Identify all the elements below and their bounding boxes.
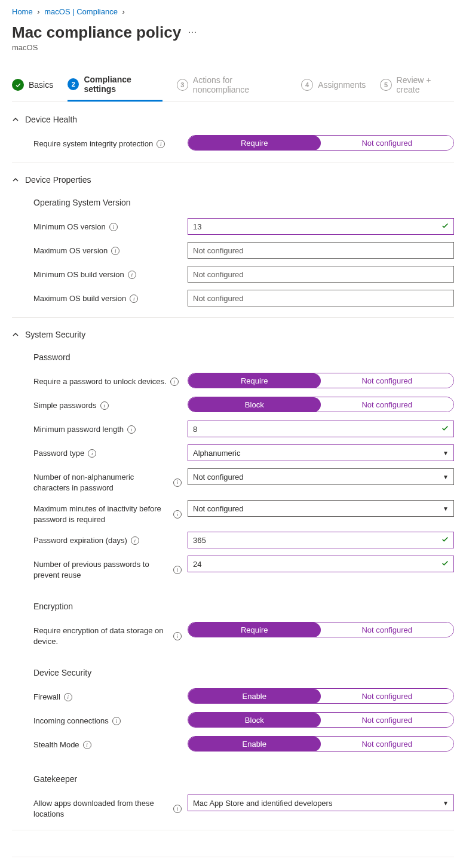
chevron-down-icon: ▼ <box>443 505 449 512</box>
toggle-incoming-connections[interactable]: Block Not configured <box>188 712 454 728</box>
input-min-build[interactable] <box>188 266 454 283</box>
label-previous-passwords: Number of previous passwords to prevent … <box>33 559 170 580</box>
breadcrumb-home[interactable]: Home <box>12 7 33 16</box>
select-value: Mac App Store and identified developers <box>193 799 332 808</box>
section-title: Device Properties <box>25 175 91 185</box>
wizard-tabs: Basics 2 Compliance settings 3 Actions f… <box>12 69 454 102</box>
info-icon[interactable]: i <box>170 378 179 386</box>
select-max-inactivity[interactable]: Not configured ▼ <box>188 500 454 517</box>
select-nonalpha-chars[interactable]: Not configured ▼ <box>188 468 454 485</box>
info-icon[interactable]: i <box>64 693 72 701</box>
info-icon[interactable]: i <box>88 449 96 458</box>
label-simple-passwords: Simple passwords <box>33 400 97 411</box>
info-icon[interactable]: i <box>173 510 182 519</box>
info-icon[interactable]: i <box>109 223 118 231</box>
toggle-option-block[interactable]: Block <box>188 397 321 412</box>
toggle-option-not-configured[interactable]: Not configured <box>321 136 454 150</box>
input-min-os[interactable] <box>188 218 454 235</box>
toggle-option-block[interactable]: Block <box>188 713 321 728</box>
checkmark-icon <box>441 559 449 569</box>
tab-compliance-settings[interactable]: 2 Compliance settings <box>68 69 162 102</box>
step-number-icon: 3 <box>177 79 188 91</box>
check-icon <box>12 79 24 91</box>
info-icon[interactable]: i <box>127 425 136 434</box>
info-icon[interactable]: i <box>100 401 109 410</box>
section-device-health-toggle[interactable]: Device Health <box>12 110 454 131</box>
label-require-sip: Require system integrity protection <box>33 139 153 149</box>
tab-assignments[interactable]: 4 Assignments <box>301 73 366 97</box>
subsection-password: Password <box>12 346 454 369</box>
toggle-option-enable[interactable]: Enable <box>188 689 321 704</box>
info-icon[interactable]: i <box>112 717 121 725</box>
section-title: System Security <box>25 330 85 339</box>
info-icon[interactable]: i <box>128 271 136 279</box>
toggle-firewall[interactable]: Enable Not configured <box>188 688 454 704</box>
page-subtitle: macOS <box>12 43 454 52</box>
breadcrumb-macos-compliance[interactable]: macOS | Compliance <box>44 7 118 16</box>
chevron-right-icon: › <box>37 7 39 16</box>
toggle-stealth-mode[interactable]: Enable Not configured <box>188 736 454 752</box>
select-value: Not configured <box>193 473 244 481</box>
label-require-password: Require a password to unlock devices. <box>33 376 167 387</box>
input-previous-passwords[interactable] <box>188 556 454 572</box>
chevron-down-icon: ▼ <box>443 450 449 456</box>
label-require-encryption: Require encryption of data storage on de… <box>33 625 170 646</box>
toggle-option-require[interactable]: Require <box>188 373 321 388</box>
info-icon[interactable]: i <box>111 247 119 255</box>
label-max-inactivity: Maximum minutes of inactivity before pas… <box>33 504 170 525</box>
toggle-option-not-configured[interactable]: Not configured <box>321 622 454 637</box>
input-max-os[interactable] <box>188 242 454 259</box>
select-password-type[interactable]: Alphanumeric ▼ <box>188 444 454 461</box>
subsection-gatekeeper: Gatekeeper <box>12 756 454 791</box>
more-actions-icon[interactable]: ··· <box>188 27 197 36</box>
toggle-option-not-configured[interactable]: Not configured <box>321 397 454 412</box>
toggle-option-enable[interactable]: Enable <box>188 737 321 752</box>
label-stealth-mode: Stealth Mode <box>33 740 79 750</box>
tab-actions-noncompliance[interactable]: 3 Actions for noncompliance <box>177 69 287 100</box>
chevron-up-icon <box>12 331 19 338</box>
info-icon[interactable]: i <box>131 536 139 545</box>
info-icon[interactable]: i <box>83 741 91 749</box>
section-device-properties-toggle[interactable]: Device Properties <box>12 170 454 192</box>
tab-label: Basics <box>29 80 53 90</box>
input-password-expiration[interactable] <box>188 532 454 548</box>
select-value: Alphanumeric <box>193 449 241 458</box>
tab-basics[interactable]: Basics <box>12 73 53 97</box>
step-number-icon: 2 <box>68 78 79 90</box>
subsection-device-security: Device Security <box>12 650 454 685</box>
label-firewall: Firewall <box>33 692 60 703</box>
label-password-expiration: Password expiration (days) <box>33 535 127 546</box>
toggle-option-require[interactable]: Require <box>188 136 321 151</box>
info-icon[interactable]: i <box>173 805 182 813</box>
input-max-build[interactable] <box>188 290 454 306</box>
tab-label: Review + create <box>397 75 454 94</box>
breadcrumb: Home › macOS | Compliance › <box>12 0 454 21</box>
tab-review-create[interactable]: 5 Review + create <box>380 69 454 100</box>
toggle-option-not-configured[interactable]: Not configured <box>321 373 454 388</box>
select-allow-apps[interactable]: Mac App Store and identified developers … <box>188 795 454 811</box>
info-icon[interactable]: i <box>157 140 165 148</box>
tab-label: Assignments <box>318 80 366 90</box>
info-icon[interactable]: i <box>130 295 138 303</box>
label-min-build: Minimum OS build version <box>33 269 124 280</box>
toggle-require-password[interactable]: Require Not configured <box>188 373 454 388</box>
toggle-require-encryption[interactable]: Require Not configured <box>188 622 454 637</box>
toggle-option-not-configured[interactable]: Not configured <box>321 713 454 727</box>
tab-label: Compliance settings <box>84 75 162 94</box>
toggle-option-require[interactable]: Require <box>188 622 321 637</box>
chevron-right-icon: › <box>122 7 125 16</box>
toggle-option-not-configured[interactable]: Not configured <box>321 737 454 751</box>
toggle-simple-passwords[interactable]: Block Not configured <box>188 397 454 412</box>
info-icon[interactable]: i <box>173 566 182 574</box>
section-title: Device Health <box>25 115 77 124</box>
info-icon[interactable]: i <box>173 479 182 487</box>
toggle-require-sip[interactable]: Require Not configured <box>188 135 454 151</box>
step-number-icon: 5 <box>380 79 391 91</box>
label-password-type: Password type <box>33 448 84 459</box>
toggle-option-not-configured[interactable]: Not configured <box>321 689 454 703</box>
section-system-security-toggle[interactable]: System Security <box>12 325 454 346</box>
subsection-encryption: Encryption <box>12 584 454 618</box>
info-icon[interactable]: i <box>173 632 182 640</box>
input-min-password-length[interactable] <box>188 421 454 437</box>
step-number-icon: 4 <box>301 79 313 91</box>
